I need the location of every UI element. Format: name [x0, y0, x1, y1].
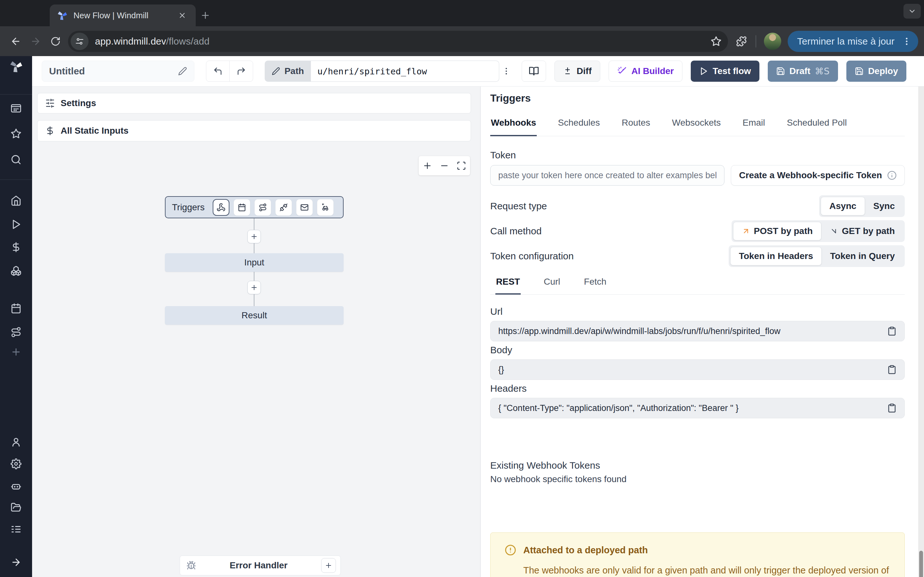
result-node[interactable]: Result [165, 306, 344, 325]
ai-builder-button[interactable]: AI Builder [609, 61, 682, 82]
diff-button[interactable]: Diff [554, 61, 600, 82]
edit-name-pencil-icon[interactable] [178, 67, 187, 76]
sidebar-item-schedules[interactable] [0, 303, 32, 314]
flow-canvas[interactable]: Settings All Static Inputs Triggers [32, 87, 481, 577]
headers-value[interactable]: { "Content-Type": "application/json", "A… [498, 403, 882, 413]
extensions-icon[interactable] [732, 32, 751, 51]
deployed-path-warning: Attached to a deployed path The webhooks… [490, 532, 905, 577]
flow-settings-card[interactable]: Settings [37, 93, 471, 113]
copy-url-icon[interactable] [887, 326, 897, 336]
sidebar-item-settings[interactable] [0, 458, 32, 469]
sidebar-item-resources[interactable] [0, 266, 32, 276]
sidebar-item-more[interactable] [0, 347, 32, 358]
websocket-trigger-icon[interactable] [275, 199, 292, 216]
call-method-get[interactable]: GET by path [821, 222, 903, 240]
all-static-inputs-card[interactable]: All Static Inputs [37, 120, 471, 141]
call-method-post[interactable]: POST by path [733, 222, 822, 240]
call-method-toggle: POST by path GET by path [732, 220, 905, 242]
draft-button[interactable]: Draft ⌘S [768, 61, 838, 82]
deploy-button[interactable]: Deploy [846, 61, 906, 82]
flow-name-field[interactable]: Untitled [42, 61, 194, 82]
panel-scrollbar[interactable] [918, 87, 924, 577]
request-type-sync[interactable]: Sync [865, 197, 903, 215]
scrollbar-thumb[interactable] [919, 551, 923, 577]
url-value[interactable]: https://app.windmill.dev/api/w/windmill-… [498, 326, 882, 336]
path-input[interactable]: u/henri/spirited_flow [311, 61, 499, 82]
undo-button[interactable] [206, 61, 229, 81]
bookmark-star-icon[interactable] [711, 36, 722, 47]
bug-icon [186, 561, 196, 570]
sidebar-item-runs[interactable] [0, 219, 32, 230]
tab-routes[interactable]: Routes [621, 118, 651, 136]
sidebar-item-favorites[interactable] [0, 128, 32, 139]
sidebar-item-variables[interactable] [0, 242, 32, 253]
token-in-headers[interactable]: Token in Headers [730, 247, 822, 266]
tab-websockets[interactable]: Websockets [672, 118, 722, 136]
profile-avatar[interactable] [764, 33, 781, 50]
add-step-button[interactable] [247, 230, 261, 243]
path-chip[interactable]: Path [265, 61, 311, 82]
forward-button[interactable] [26, 31, 45, 51]
new-tab-button[interactable] [196, 5, 215, 26]
request-type-async[interactable]: Async [821, 197, 865, 215]
tab-email[interactable]: Email [742, 118, 766, 136]
scheduled-poll-trigger-icon[interactable] [317, 199, 334, 216]
create-webhook-token-button[interactable]: Create a Webhook-specific Token [731, 165, 905, 185]
token-input[interactable] [490, 165, 724, 185]
tab-title: New Flow | Windmill [73, 11, 170, 21]
copy-body-icon[interactable] [887, 365, 897, 374]
tab-curl[interactable]: Curl [543, 277, 561, 294]
sidebar-item-routes[interactable] [0, 327, 32, 338]
warning-body: The webhooks are only valid for a given … [523, 564, 892, 577]
reload-button[interactable] [45, 31, 65, 51]
sidebar-item-folders[interactable] [0, 502, 32, 513]
sliders-icon [45, 98, 55, 108]
tab-search-chevron-icon[interactable] [903, 4, 921, 19]
flow-name: Untitled [49, 66, 85, 77]
tab-scheduled-poll[interactable]: Scheduled Poll [787, 118, 848, 136]
address-bar[interactable]: app.windmill.dev/flows/add [68, 31, 728, 52]
windmill-favicon [57, 10, 68, 21]
sidebar-expand-arrow-icon[interactable] [0, 557, 32, 568]
arrow-down-right-icon [830, 227, 838, 235]
tab-fetch[interactable]: Fetch [583, 277, 607, 294]
body-value[interactable]: {} [498, 365, 882, 375]
add-error-handler-button[interactable] [321, 558, 336, 573]
tab-rest[interactable]: REST [495, 277, 521, 295]
sidebar-item-apps[interactable] [0, 103, 32, 114]
sidebar-item-search[interactable] [0, 154, 32, 165]
copy-headers-icon[interactable] [887, 403, 897, 413]
zoom-in-button[interactable] [419, 156, 435, 175]
tab-webhooks[interactable]: Webhooks [490, 118, 537, 136]
sidebar-item-audit-logs[interactable] [0, 524, 32, 535]
route-trigger-icon[interactable] [254, 199, 271, 216]
error-handler-node[interactable]: Error Handler [180, 556, 341, 575]
tab-schedules[interactable]: Schedules [557, 118, 601, 136]
site-settings-icon[interactable] [71, 33, 89, 50]
sidebar-item-home[interactable] [0, 195, 32, 206]
sidebar-item-users[interactable] [0, 437, 32, 448]
url-text[interactable]: app.windmill.dev/flows/add [95, 36, 711, 47]
more-options-kebab-icon[interactable] [499, 61, 513, 81]
token-in-query[interactable]: Token in Query [822, 247, 903, 266]
panel-title: Triggers [490, 92, 905, 104]
browser-menu-icon[interactable] [900, 34, 914, 48]
sidebar-item-workers[interactable] [0, 481, 32, 492]
triggers-node[interactable]: Triggers [165, 196, 344, 218]
tab-close-icon[interactable] [176, 9, 189, 22]
redo-button[interactable] [229, 61, 252, 81]
browser-tabstrip: New Flow | Windmill [0, 0, 924, 26]
windmill-logo[interactable] [0, 59, 32, 73]
webhook-trigger-icon[interactable] [213, 199, 229, 216]
input-node[interactable]: Input [165, 253, 344, 272]
email-trigger-icon[interactable] [296, 199, 313, 216]
docs-book-button[interactable] [522, 61, 546, 82]
schedule-trigger-icon[interactable] [234, 199, 250, 216]
browser-tab[interactable]: New Flow | Windmill [50, 5, 196, 26]
back-button[interactable] [6, 31, 26, 51]
zoom-out-button[interactable] [436, 156, 452, 175]
add-step-button[interactable] [247, 281, 261, 294]
fit-view-button[interactable] [453, 156, 469, 175]
test-flow-button[interactable]: Test flow [691, 61, 759, 82]
finish-update-button[interactable]: Terminer la mise à jour [788, 31, 918, 52]
